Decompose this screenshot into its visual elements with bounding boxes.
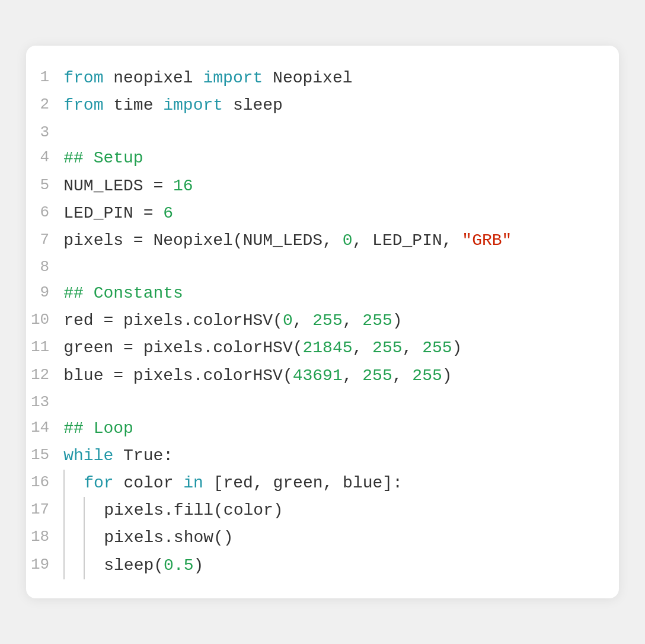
token-plain: pixels.show() bbox=[104, 528, 233, 547]
token-kw-while: while bbox=[63, 447, 113, 465]
code-line: 19sleep(0.5) bbox=[26, 552, 619, 579]
line-content: ## Constants bbox=[63, 280, 619, 307]
token-plain: True: bbox=[113, 447, 173, 465]
token-kw-in: in bbox=[183, 474, 203, 492]
token-kw-import: import bbox=[203, 69, 263, 87]
code-line: 6LED_PIN = 6 bbox=[26, 200, 619, 227]
token-str-red: "GRB" bbox=[462, 231, 512, 250]
line-number: 1 bbox=[26, 65, 63, 92]
line-number: 3 bbox=[26, 120, 63, 145]
line-content: ## Loop bbox=[63, 415, 619, 442]
code-line: 2from time import sleep bbox=[26, 92, 619, 119]
token-plain: NUM_LEDS = bbox=[63, 177, 173, 195]
code-line: 12blue = pixels.colorHSV(43691, 255, 255… bbox=[26, 362, 619, 390]
token-kw-for: for bbox=[84, 474, 113, 492]
token-plain: , bbox=[353, 339, 373, 357]
token-num-green: 0 bbox=[283, 311, 293, 330]
line-number: 18 bbox=[26, 524, 63, 551]
code-line: 18pixels.show() bbox=[26, 524, 619, 551]
token-plain: Neopixel bbox=[263, 69, 352, 87]
token-plain: , LED_PIN, bbox=[353, 231, 462, 250]
line-content: blue = pixels.colorHSV(43691, 255, 255) bbox=[63, 362, 619, 390]
line-number: 13 bbox=[26, 390, 63, 415]
token-plain: , bbox=[392, 366, 413, 385]
line-number: 6 bbox=[26, 200, 63, 227]
code-line: 13 bbox=[26, 390, 619, 415]
code-line: 14## Loop bbox=[26, 415, 619, 442]
code-line: 4## Setup bbox=[26, 145, 619, 172]
code-line: 5NUM_LEDS = 16 bbox=[26, 173, 619, 200]
token-num-green: 255 bbox=[372, 339, 402, 357]
line-content: from neopixel import Neopixel bbox=[63, 65, 619, 92]
line-content: sleep(0.5) bbox=[63, 552, 619, 579]
line-content: red = pixels.colorHSV(0, 255, 255) bbox=[63, 307, 619, 334]
line-content: ## Setup bbox=[63, 145, 619, 172]
token-plain: red = pixels.colorHSV( bbox=[63, 311, 283, 330]
token-kw-blue: from bbox=[63, 96, 103, 114]
line-number: 4 bbox=[26, 145, 63, 172]
line-number: 16 bbox=[26, 470, 63, 497]
line-number: 17 bbox=[26, 497, 63, 524]
line-number: 11 bbox=[26, 334, 63, 362]
token-plain: LED_PIN = bbox=[63, 204, 163, 222]
token-plain: sleep( bbox=[104, 556, 164, 575]
token-plain: , bbox=[293, 311, 313, 330]
line-number: 2 bbox=[26, 92, 63, 119]
token-plain: , bbox=[343, 311, 363, 330]
token-num-green: 6 bbox=[163, 204, 173, 222]
token-num-green: 255 bbox=[362, 366, 392, 385]
line-content bbox=[63, 390, 619, 415]
code-line: 15while True: bbox=[26, 442, 619, 470]
line-content: NUM_LEDS = 16 bbox=[63, 173, 619, 200]
token-plain: pixels.fill(color) bbox=[104, 501, 283, 519]
line-number: 14 bbox=[26, 415, 63, 442]
token-plain: sleep bbox=[223, 96, 283, 114]
line-content: LED_PIN = 6 bbox=[63, 200, 619, 227]
token-kw-green-comment: ## Loop bbox=[63, 419, 133, 438]
line-number: 19 bbox=[26, 552, 63, 579]
line-content: while True: bbox=[63, 442, 619, 470]
code-container: 1from neopixel import Neopixel2from time… bbox=[26, 46, 619, 598]
token-num-green: 0.5 bbox=[164, 556, 193, 575]
token-plain: blue = pixels.colorHSV( bbox=[63, 366, 292, 385]
token-num-green: 0 bbox=[343, 231, 353, 250]
line-content: pixels = Neopixel(NUM_LEDS, 0, LED_PIN, … bbox=[63, 227, 619, 254]
line-content bbox=[63, 254, 619, 280]
token-num-green: 43691 bbox=[293, 366, 343, 385]
line-content: for color in [red, green, blue]: bbox=[63, 470, 619, 497]
line-number: 8 bbox=[26, 254, 63, 280]
token-plain: , bbox=[343, 366, 363, 385]
line-content bbox=[63, 120, 619, 145]
code-line: 3 bbox=[26, 120, 619, 145]
line-number: 9 bbox=[26, 280, 63, 307]
line-number: 5 bbox=[26, 173, 63, 200]
code-line: 17pixels.fill(color) bbox=[26, 497, 619, 524]
line-number: 7 bbox=[26, 227, 63, 254]
code-line: 10red = pixels.colorHSV(0, 255, 255) bbox=[26, 307, 619, 334]
code-line: 8 bbox=[26, 254, 619, 280]
code-line: 1from neopixel import Neopixel bbox=[26, 65, 619, 92]
token-kw-green-comment: ## Setup bbox=[63, 149, 143, 167]
token-plain: [red, green, blue]: bbox=[203, 474, 403, 492]
line-content: from time import sleep bbox=[63, 92, 619, 119]
token-num-green: 255 bbox=[362, 311, 392, 330]
token-plain: ) bbox=[452, 339, 462, 357]
token-kw-blue: from bbox=[63, 69, 103, 87]
code-line: 11green = pixels.colorHSV(21845, 255, 25… bbox=[26, 334, 619, 362]
line-content: pixels.fill(color) bbox=[63, 497, 619, 524]
code-block: 1from neopixel import Neopixel2from time… bbox=[26, 65, 619, 579]
token-plain: ) bbox=[193, 556, 203, 575]
token-plain: ) bbox=[442, 366, 452, 385]
token-plain: , bbox=[403, 339, 423, 357]
token-kw-green-comment: ## Constants bbox=[63, 284, 183, 302]
line-content: green = pixels.colorHSV(21845, 255, 255) bbox=[63, 334, 619, 362]
token-num-green: 255 bbox=[412, 366, 442, 385]
code-line: 16for color in [red, green, blue]: bbox=[26, 470, 619, 497]
token-num-green: 255 bbox=[422, 339, 452, 357]
line-number: 15 bbox=[26, 442, 63, 470]
token-num-green: 16 bbox=[173, 177, 193, 195]
line-number: 10 bbox=[26, 307, 63, 334]
token-plain: green = pixels.colorHSV( bbox=[63, 339, 302, 357]
token-num-green: 21845 bbox=[302, 339, 352, 357]
token-plain: ) bbox=[392, 311, 403, 330]
